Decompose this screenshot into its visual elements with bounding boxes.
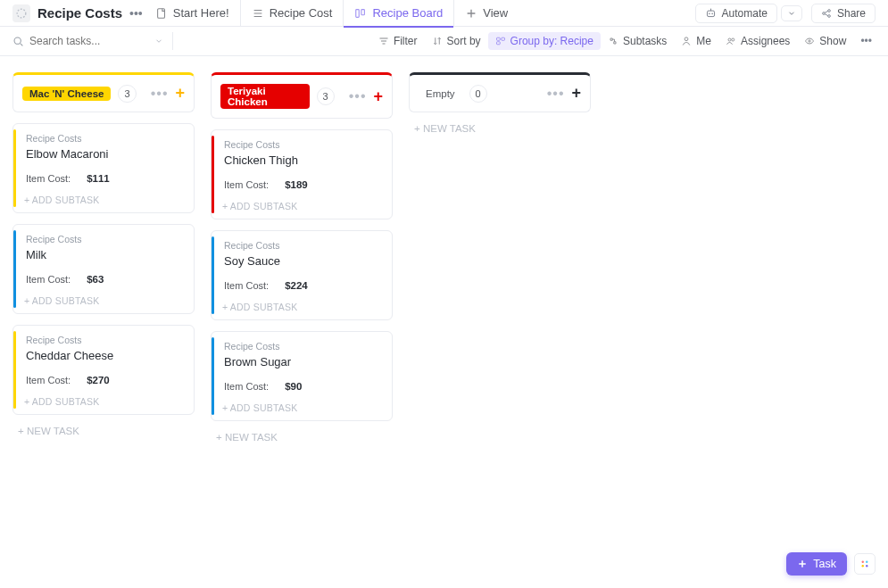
assignees-button[interactable]: Assignees <box>718 32 797 50</box>
column-count: 0 <box>469 85 487 103</box>
column-mac-n-cheese: Mac 'N' Cheese 3 ••• + Recipe Costs Elbo… <box>12 72 195 447</box>
add-subtask-button[interactable]: + ADD SUBTASK <box>222 402 381 413</box>
item-cost-value: $90 <box>285 381 302 392</box>
task-card[interactable]: Recipe Costs Cheddar Cheese Item Cost: $… <box>12 325 195 415</box>
card-breadcrumb: Recipe Costs <box>24 335 183 345</box>
assignees-label: Assignees <box>741 35 790 47</box>
search-icon <box>12 36 24 47</box>
item-cost-label: Item Cost: <box>26 375 71 385</box>
column-add-icon[interactable]: + <box>373 87 383 106</box>
chevron-down-icon[interactable] <box>154 37 163 46</box>
column-add-icon[interactable]: + <box>571 84 581 103</box>
column-empty: Empty 0 ••• + + NEW TASK <box>409 72 591 145</box>
new-task-button[interactable]: + NEW TASK <box>409 112 591 145</box>
svg-point-6 <box>711 13 713 15</box>
new-task-button[interactable]: + NEW TASK <box>12 415 195 447</box>
subtask-icon <box>608 36 618 46</box>
page-title: Recipe Costs <box>37 5 122 21</box>
tab-add-view[interactable]: View <box>453 0 519 27</box>
svg-point-5 <box>709 13 710 15</box>
svg-point-15 <box>728 38 731 41</box>
automate-label: Automate <box>722 7 768 20</box>
me-button[interactable]: Me <box>674 32 718 50</box>
svg-rect-3 <box>361 9 365 14</box>
task-card[interactable]: Recipe Costs Brown Sugar Item Cost: $90 … <box>211 331 393 421</box>
automate-chevron[interactable] <box>781 5 802 21</box>
sort-icon <box>432 36 443 46</box>
item-cost-label: Item Cost: <box>224 179 269 190</box>
show-label: Show <box>819 35 846 47</box>
tab-recipe-cost[interactable]: Recipe Cost <box>240 0 344 27</box>
column-header[interactable]: Teriyaki Chicken 3 ••• + <box>211 72 393 119</box>
search-wrap[interactable] <box>12 35 163 47</box>
apps-button[interactable] <box>854 553 876 575</box>
task-card[interactable]: Recipe Costs Chicken Thigh Item Cost: $1… <box>211 129 393 219</box>
svg-rect-11 <box>496 37 500 40</box>
sort-button[interactable]: Sort by <box>425 32 488 50</box>
svg-point-21 <box>866 565 867 567</box>
title-more-icon[interactable]: ••• <box>126 6 146 21</box>
column-header[interactable]: Empty 0 ••• + <box>409 72 591 112</box>
share-button[interactable]: Share <box>811 4 876 23</box>
svg-point-17 <box>809 40 810 42</box>
tab-label: Start Here! <box>173 6 229 20</box>
item-cost-value: $111 <box>87 173 110 184</box>
sort-label: Sort by <box>447 35 481 47</box>
svg-point-10 <box>14 37 21 44</box>
apps-icon <box>859 559 870 569</box>
task-card[interactable]: Recipe Costs Soy Sauce Item Cost: $224 +… <box>211 230 393 320</box>
column-add-icon[interactable]: + <box>175 84 185 103</box>
filter-button[interactable]: Filter <box>371 32 425 50</box>
add-subtask-button[interactable]: + ADD SUBTASK <box>24 396 183 407</box>
plus-icon <box>465 7 477 20</box>
list-icon <box>252 7 264 20</box>
card-title: Milk <box>24 248 183 261</box>
new-task-button[interactable]: + NEW TASK <box>211 421 393 453</box>
add-subtask-button[interactable]: + ADD SUBTASK <box>222 201 381 211</box>
board-icon <box>354 7 367 20</box>
eye-icon <box>804 36 815 46</box>
automate-button[interactable]: Automate <box>695 4 777 23</box>
column-more-icon[interactable]: ••• <box>547 86 565 102</box>
group-by-button[interactable]: Group by: Recipe <box>488 32 601 50</box>
show-button[interactable]: Show <box>797 32 853 50</box>
svg-point-18 <box>862 561 864 563</box>
item-cost-value: $270 <box>87 375 110 385</box>
column-count: 3 <box>118 85 136 103</box>
task-card[interactable]: Recipe Costs Milk Item Cost: $63 + ADD S… <box>12 224 195 314</box>
plus-icon <box>797 559 808 569</box>
svg-rect-4 <box>707 11 714 17</box>
divider <box>172 32 173 50</box>
fab-label: Task <box>813 558 836 570</box>
column-header[interactable]: Mac 'N' Cheese 3 ••• + <box>12 72 195 112</box>
column-name-chip: Empty <box>419 87 462 101</box>
item-cost-value: $224 <box>285 280 308 291</box>
column-more-icon[interactable]: ••• <box>349 88 367 104</box>
toolbar-more-icon[interactable]: ••• <box>857 35 876 47</box>
card-title: Brown Sugar <box>222 355 381 369</box>
new-task-fab[interactable]: Task <box>786 552 847 576</box>
svg-rect-1 <box>157 8 164 18</box>
column-name-chip: Teriyaki Chicken <box>220 84 310 109</box>
subtasks-button[interactable]: Subtasks <box>601 32 674 50</box>
svg-rect-13 <box>496 42 500 45</box>
add-subtask-button[interactable]: + ADD SUBTASK <box>222 302 381 312</box>
svg-point-19 <box>866 561 867 563</box>
add-subtask-button[interactable]: + ADD SUBTASK <box>24 295 183 306</box>
person-icon <box>681 36 692 46</box>
add-subtask-button[interactable]: + ADD SUBTASK <box>24 195 183 205</box>
search-input[interactable] <box>29 35 145 47</box>
tab-start-here[interactable]: Start Here! <box>152 0 240 27</box>
robot-icon <box>705 7 717 19</box>
group-icon <box>495 36 506 46</box>
card-title: Soy Sauce <box>222 254 381 268</box>
column-count: 3 <box>317 87 335 105</box>
doc-icon <box>155 7 168 20</box>
tab-recipe-board[interactable]: Recipe Board <box>343 0 453 27</box>
item-cost-value: $63 <box>87 274 104 285</box>
column-more-icon[interactable]: ••• <box>151 86 169 102</box>
item-cost-value: $189 <box>285 179 308 190</box>
task-card[interactable]: Recipe Costs Elbow Macaroni Item Cost: $… <box>12 123 195 213</box>
me-label: Me <box>696 35 711 47</box>
svg-point-7 <box>823 12 826 14</box>
